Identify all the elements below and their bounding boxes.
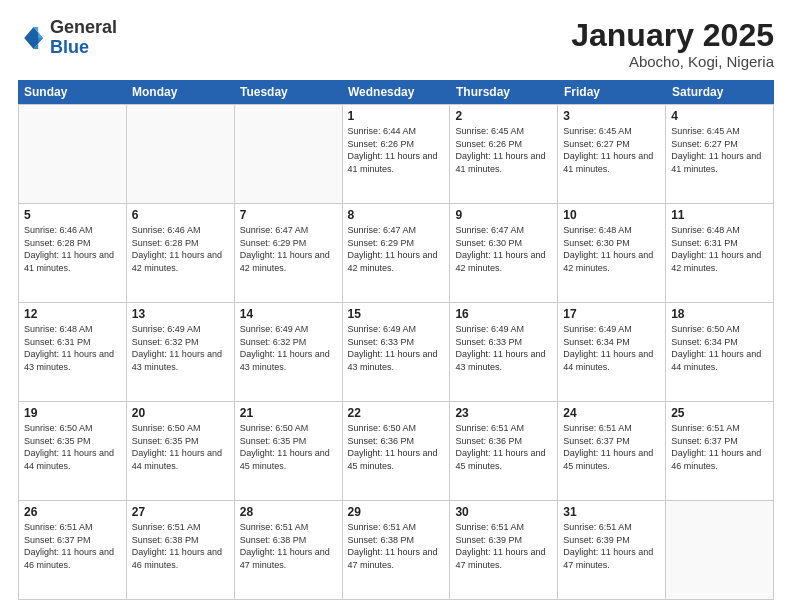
day-info: Sunrise: 6:51 AM Sunset: 6:38 PM Dayligh…	[348, 521, 445, 571]
day-number: 3	[563, 109, 660, 123]
day-number: 19	[24, 406, 121, 420]
calendar-day-14: 14Sunrise: 6:49 AM Sunset: 6:32 PM Dayli…	[235, 303, 343, 401]
day-number: 7	[240, 208, 337, 222]
day-number: 26	[24, 505, 121, 519]
day-info: Sunrise: 6:48 AM Sunset: 6:31 PM Dayligh…	[24, 323, 121, 373]
day-number: 25	[671, 406, 768, 420]
calendar-body: 1Sunrise: 6:44 AM Sunset: 6:26 PM Daylig…	[18, 104, 774, 600]
day-info: Sunrise: 6:48 AM Sunset: 6:31 PM Dayligh…	[671, 224, 768, 274]
calendar-day-9: 9Sunrise: 6:47 AM Sunset: 6:30 PM Daylig…	[450, 204, 558, 302]
calendar-week-3: 12Sunrise: 6:48 AM Sunset: 6:31 PM Dayli…	[19, 303, 774, 402]
day-info: Sunrise: 6:51 AM Sunset: 6:38 PM Dayligh…	[132, 521, 229, 571]
day-info: Sunrise: 6:48 AM Sunset: 6:30 PM Dayligh…	[563, 224, 660, 274]
day-number: 9	[455, 208, 552, 222]
day-info: Sunrise: 6:50 AM Sunset: 6:35 PM Dayligh…	[24, 422, 121, 472]
day-number: 31	[563, 505, 660, 519]
calendar-day-28: 28Sunrise: 6:51 AM Sunset: 6:38 PM Dayli…	[235, 501, 343, 599]
calendar-day-13: 13Sunrise: 6:49 AM Sunset: 6:32 PM Dayli…	[127, 303, 235, 401]
calendar-empty-cell	[19, 105, 127, 203]
calendar-day-24: 24Sunrise: 6:51 AM Sunset: 6:37 PM Dayli…	[558, 402, 666, 500]
calendar-day-10: 10Sunrise: 6:48 AM Sunset: 6:30 PM Dayli…	[558, 204, 666, 302]
calendar-day-22: 22Sunrise: 6:50 AM Sunset: 6:36 PM Dayli…	[343, 402, 451, 500]
calendar-title: January 2025	[571, 18, 774, 53]
day-info: Sunrise: 6:47 AM Sunset: 6:30 PM Dayligh…	[455, 224, 552, 274]
day-info: Sunrise: 6:51 AM Sunset: 6:37 PM Dayligh…	[671, 422, 768, 472]
day-number: 17	[563, 307, 660, 321]
day-header-wednesday: Wednesday	[342, 80, 450, 104]
calendar-day-5: 5Sunrise: 6:46 AM Sunset: 6:28 PM Daylig…	[19, 204, 127, 302]
calendar-week-1: 1Sunrise: 6:44 AM Sunset: 6:26 PM Daylig…	[19, 105, 774, 204]
day-info: Sunrise: 6:49 AM Sunset: 6:34 PM Dayligh…	[563, 323, 660, 373]
calendar-day-18: 18Sunrise: 6:50 AM Sunset: 6:34 PM Dayli…	[666, 303, 774, 401]
day-info: Sunrise: 6:44 AM Sunset: 6:26 PM Dayligh…	[348, 125, 445, 175]
day-number: 22	[348, 406, 445, 420]
day-number: 29	[348, 505, 445, 519]
day-info: Sunrise: 6:49 AM Sunset: 6:32 PM Dayligh…	[240, 323, 337, 373]
calendar-day-19: 19Sunrise: 6:50 AM Sunset: 6:35 PM Dayli…	[19, 402, 127, 500]
logo-general-text: General	[50, 17, 117, 37]
day-number: 18	[671, 307, 768, 321]
calendar-day-23: 23Sunrise: 6:51 AM Sunset: 6:36 PM Dayli…	[450, 402, 558, 500]
calendar-day-20: 20Sunrise: 6:50 AM Sunset: 6:35 PM Dayli…	[127, 402, 235, 500]
calendar-day-8: 8Sunrise: 6:47 AM Sunset: 6:29 PM Daylig…	[343, 204, 451, 302]
calendar-day-2: 2Sunrise: 6:45 AM Sunset: 6:26 PM Daylig…	[450, 105, 558, 203]
calendar-day-6: 6Sunrise: 6:46 AM Sunset: 6:28 PM Daylig…	[127, 204, 235, 302]
calendar-day-12: 12Sunrise: 6:48 AM Sunset: 6:31 PM Dayli…	[19, 303, 127, 401]
day-header-friday: Friday	[558, 80, 666, 104]
day-info: Sunrise: 6:49 AM Sunset: 6:33 PM Dayligh…	[455, 323, 552, 373]
logo-text: General Blue	[50, 18, 117, 58]
day-number: 2	[455, 109, 552, 123]
day-info: Sunrise: 6:47 AM Sunset: 6:29 PM Dayligh…	[240, 224, 337, 274]
day-number: 1	[348, 109, 445, 123]
day-info: Sunrise: 6:49 AM Sunset: 6:33 PM Dayligh…	[348, 323, 445, 373]
calendar-day-29: 29Sunrise: 6:51 AM Sunset: 6:38 PM Dayli…	[343, 501, 451, 599]
day-number: 30	[455, 505, 552, 519]
calendar-day-17: 17Sunrise: 6:49 AM Sunset: 6:34 PM Dayli…	[558, 303, 666, 401]
day-info: Sunrise: 6:49 AM Sunset: 6:32 PM Dayligh…	[132, 323, 229, 373]
day-header-thursday: Thursday	[450, 80, 558, 104]
day-info: Sunrise: 6:51 AM Sunset: 6:39 PM Dayligh…	[455, 521, 552, 571]
day-number: 12	[24, 307, 121, 321]
day-info: Sunrise: 6:46 AM Sunset: 6:28 PM Dayligh…	[132, 224, 229, 274]
logo: General Blue	[18, 18, 117, 58]
day-info: Sunrise: 6:50 AM Sunset: 6:35 PM Dayligh…	[132, 422, 229, 472]
day-info: Sunrise: 6:51 AM Sunset: 6:37 PM Dayligh…	[24, 521, 121, 571]
calendar-empty-cell	[235, 105, 343, 203]
calendar-day-31: 31Sunrise: 6:51 AM Sunset: 6:39 PM Dayli…	[558, 501, 666, 599]
day-info: Sunrise: 6:50 AM Sunset: 6:34 PM Dayligh…	[671, 323, 768, 373]
title-block: January 2025 Abocho, Kogi, Nigeria	[571, 18, 774, 70]
calendar-empty-cell	[127, 105, 235, 203]
day-number: 10	[563, 208, 660, 222]
day-number: 27	[132, 505, 229, 519]
calendar-day-1: 1Sunrise: 6:44 AM Sunset: 6:26 PM Daylig…	[343, 105, 451, 203]
day-number: 15	[348, 307, 445, 321]
day-number: 4	[671, 109, 768, 123]
day-number: 11	[671, 208, 768, 222]
day-info: Sunrise: 6:51 AM Sunset: 6:38 PM Dayligh…	[240, 521, 337, 571]
calendar-day-25: 25Sunrise: 6:51 AM Sunset: 6:37 PM Dayli…	[666, 402, 774, 500]
calendar-day-26: 26Sunrise: 6:51 AM Sunset: 6:37 PM Dayli…	[19, 501, 127, 599]
logo-blue-text: Blue	[50, 37, 89, 57]
calendar-empty-cell	[666, 501, 774, 599]
day-number: 5	[24, 208, 121, 222]
calendar: SundayMondayTuesdayWednesdayThursdayFrid…	[18, 80, 774, 600]
calendar-day-4: 4Sunrise: 6:45 AM Sunset: 6:27 PM Daylig…	[666, 105, 774, 203]
day-info: Sunrise: 6:51 AM Sunset: 6:37 PM Dayligh…	[563, 422, 660, 472]
calendar-day-3: 3Sunrise: 6:45 AM Sunset: 6:27 PM Daylig…	[558, 105, 666, 203]
day-header-sunday: Sunday	[18, 80, 126, 104]
day-info: Sunrise: 6:50 AM Sunset: 6:36 PM Dayligh…	[348, 422, 445, 472]
calendar-header: SundayMondayTuesdayWednesdayThursdayFrid…	[18, 80, 774, 104]
day-info: Sunrise: 6:45 AM Sunset: 6:27 PM Dayligh…	[671, 125, 768, 175]
day-info: Sunrise: 6:45 AM Sunset: 6:27 PM Dayligh…	[563, 125, 660, 175]
calendar-week-2: 5Sunrise: 6:46 AM Sunset: 6:28 PM Daylig…	[19, 204, 774, 303]
day-info: Sunrise: 6:45 AM Sunset: 6:26 PM Dayligh…	[455, 125, 552, 175]
day-info: Sunrise: 6:51 AM Sunset: 6:36 PM Dayligh…	[455, 422, 552, 472]
day-info: Sunrise: 6:50 AM Sunset: 6:35 PM Dayligh…	[240, 422, 337, 472]
day-info: Sunrise: 6:47 AM Sunset: 6:29 PM Dayligh…	[348, 224, 445, 274]
day-header-tuesday: Tuesday	[234, 80, 342, 104]
page: General Blue January 2025 Abocho, Kogi, …	[0, 0, 792, 612]
day-header-saturday: Saturday	[666, 80, 774, 104]
day-number: 23	[455, 406, 552, 420]
day-number: 13	[132, 307, 229, 321]
day-number: 8	[348, 208, 445, 222]
